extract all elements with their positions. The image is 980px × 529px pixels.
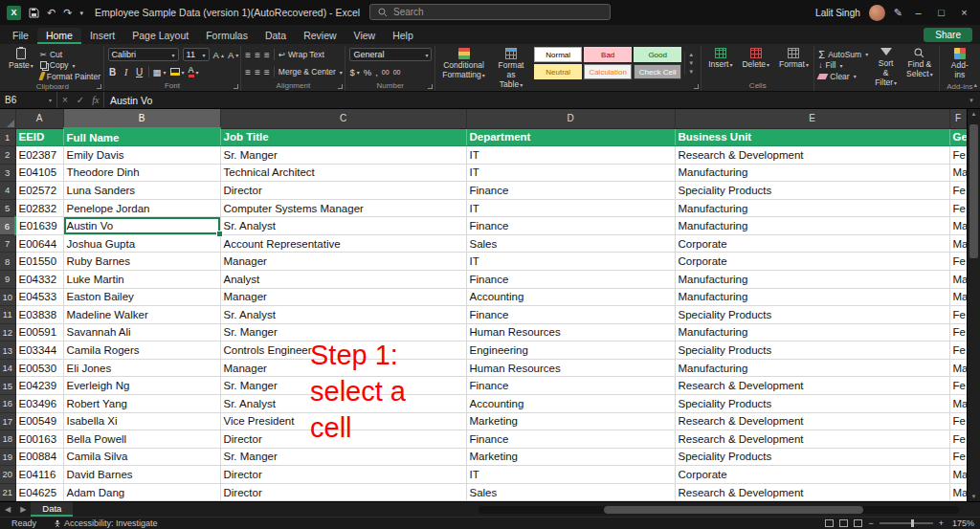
sheet-tab-data[interactable]: Data [31,502,73,517]
cell-E14[interactable]: Manufacturing [675,359,949,377]
column-header-A[interactable]: A [15,109,63,128]
column-header-E[interactable]: E [675,109,949,128]
cell-A20[interactable]: E04116 [15,466,63,484]
cell-E2[interactable]: Research & Development [675,146,949,165]
tab-help[interactable]: Help [384,28,422,45]
enter-icon[interactable]: ✓ [73,95,88,105]
sort-filter-button[interactable]: Sort &Filter▾ [872,47,900,88]
cell-B11[interactable]: Madeline Walker [63,306,220,324]
cell-A12[interactable]: E00591 [15,323,63,342]
cell-E12[interactable]: Manufacturing [675,323,949,342]
cell-C1[interactable]: Job Title [220,128,466,146]
cell-F17[interactable]: Fe [949,412,967,430]
cell-D13[interactable]: Engineering [466,342,675,360]
cell-E5[interactable]: Manufacturing [675,199,949,217]
cell-F14[interactable]: Ma [949,359,967,377]
cell-C18[interactable]: Director [220,430,466,449]
cell-F8[interactable]: Fe [949,253,967,271]
style-normal[interactable]: Normal [534,47,582,62]
cell-D14[interactable]: Human Resources [466,359,675,377]
horizontal-scrollbar[interactable] [479,506,959,514]
cell-F16[interactable]: Ma [949,394,967,412]
cell-C15[interactable]: Sr. Manger [220,377,466,395]
cell-B9[interactable]: Luke Martin [63,271,220,289]
cell-A17[interactable]: E00549 [15,412,63,430]
gallery-down-icon[interactable]: ▼ [688,60,694,66]
column-header-D[interactable]: D [466,109,675,128]
format-as-table-button[interactable]: Format asTable▾ [492,47,530,90]
number-format-select[interactable]: General▾ [349,48,432,61]
cell-B12[interactable]: Savannah Ali [63,323,220,342]
redo-icon[interactable]: ↷ [63,8,72,18]
zoom-out-icon[interactable]: − [868,518,873,528]
cell-A13[interactable]: E03344 [15,342,63,360]
user-name[interactable]: Lalit Singh [815,8,860,18]
cell-B17[interactable]: Isabella Xi [63,412,220,430]
cell-D17[interactable]: Marketing [466,412,675,430]
vertical-scroll-thumb[interactable] [969,124,978,258]
row-header-18[interactable]: 18 [0,430,15,449]
cell-A19[interactable]: E00884 [15,448,63,466]
cell-E3[interactable]: Manufacturing [675,164,949,182]
cell-E20[interactable]: Corporate [675,466,949,484]
borders-icon[interactable]: ▦▾ [153,67,167,77]
cell-E18[interactable]: Research & Development [675,430,949,449]
cell-B16[interactable]: Robert Yang [63,394,220,412]
cell-A5[interactable]: E02832 [15,199,63,217]
tab-page-layout[interactable]: Page Layout [123,28,197,45]
tab-data[interactable]: Data [256,28,295,45]
cell-F19[interactable]: Fe [949,448,967,466]
scroll-up-icon[interactable]: ▲ [971,111,977,117]
cell-A15[interactable]: E04239 [15,377,63,395]
cell-D3[interactable]: IT [466,164,675,182]
cell-E16[interactable]: Speciality Products [675,394,949,412]
format-cells-button[interactable]: Format▾ [776,47,812,71]
cell-B7[interactable]: Joshua Gupta [63,234,220,253]
fill-color-icon[interactable]: ▾ [170,68,185,76]
percent-style-icon[interactable]: % [364,67,371,77]
cell-C8[interactable]: Manager [220,253,466,271]
align-right-icon[interactable]: ≡ [264,67,270,77]
vertical-scrollbar[interactable]: ▲ ▼ [967,109,980,501]
align-middle-icon[interactable]: ≡ [255,50,260,60]
cell-D16[interactable]: Accounting [466,394,675,412]
cell-C16[interactable]: Sr. Analyst [220,394,466,412]
collapse-ribbon-icon[interactable]: ▴ [973,81,977,89]
paste-button[interactable]: Paste▾ [6,47,36,72]
cancel-icon[interactable]: × [57,95,73,105]
font-name-select[interactable]: Calibri▾ [108,48,179,61]
cell-A9[interactable]: E04332 [15,271,63,289]
decrease-decimal-icon[interactable] [393,69,401,76]
italic-button[interactable]: I [122,67,131,77]
clear-button[interactable]: Clear▾ [818,71,868,81]
underline-button[interactable]: U [135,67,145,77]
cell-A18[interactable]: E00163 [15,430,63,449]
addins-button[interactable]: Add-ins [944,47,976,81]
row-header-20[interactable]: 20 [0,466,15,484]
cell-C21[interactable]: Director [220,483,466,501]
cell-C12[interactable]: Sr. Manger [220,323,466,342]
cell-E15[interactable]: Research & Development [675,377,949,395]
cell-C6[interactable]: Sr. Analyst [220,217,466,235]
normal-view-icon[interactable] [825,519,834,527]
sheet-nav-left-icon[interactable]: ◀ [0,505,15,514]
cell-D9[interactable]: Finance [466,271,675,289]
cell-B3[interactable]: Theodore Dinh [63,164,220,182]
cell-A14[interactable]: E00530 [15,359,63,377]
select-all-button[interactable] [0,109,15,128]
cell-B5[interactable]: Penelope Jordan [63,199,220,217]
increase-decimal-icon[interactable] [382,69,390,76]
save-icon[interactable] [29,8,39,18]
cell-C14[interactable]: Manager [220,359,466,377]
cell-D2[interactable]: IT [466,146,675,165]
fill-button[interactable]: ↓Fill▾ [818,60,868,71]
cut-button[interactable]: ✂Cut [40,49,100,59]
undo-icon[interactable]: ↶ [47,8,56,18]
cell-F13[interactable]: Fe [949,342,967,360]
cell-F10[interactable]: Ma [949,288,967,306]
style-check-cell[interactable]: Check Cell [634,64,681,79]
gallery-up-icon[interactable]: ▲ [688,52,694,57]
alignment-dialog-launcher-icon[interactable] [338,84,343,89]
font-dialog-launcher-icon[interactable] [234,84,238,89]
cell-C10[interactable]: Manager [220,288,466,306]
